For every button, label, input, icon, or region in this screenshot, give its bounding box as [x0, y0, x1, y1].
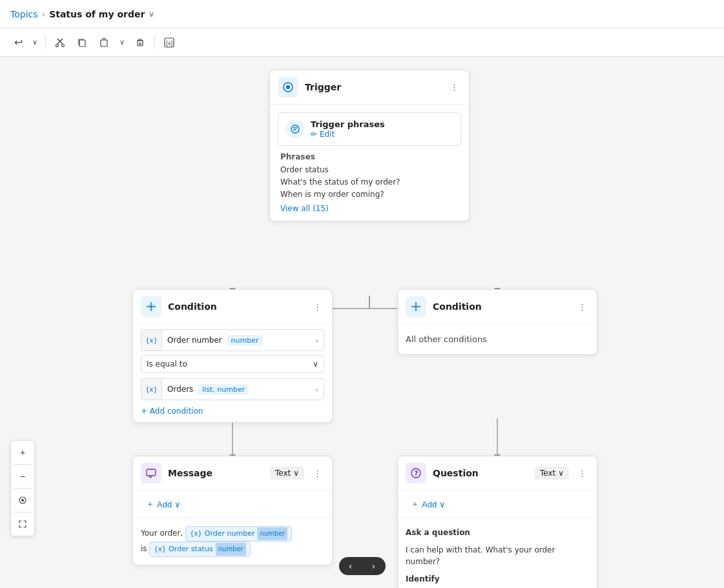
- condition-var-label-2: Orders list, number: [162, 381, 310, 398]
- message-var-2: {x} Order status number: [149, 542, 250, 557]
- zoom-in-button[interactable]: +: [14, 443, 32, 461]
- condition-row-1: {x} Order number number ›: [141, 329, 324, 351]
- zoom-out-button[interactable]: −: [14, 467, 32, 485]
- trigger-icon: [278, 77, 298, 97]
- phrase-3: When is my order coming?: [280, 188, 459, 201]
- add-condition-button[interactable]: + Add condition: [133, 400, 332, 422]
- svg-rect-2: [79, 40, 85, 46]
- condition-left-icon: [141, 296, 161, 317]
- message-add-button[interactable]: ＋ Add ∨: [141, 496, 186, 512]
- condition-right-node: Condition ⋮ All other conditions: [397, 289, 597, 355]
- delete-button[interactable]: [130, 32, 150, 53]
- all-other-conditions: All other conditions: [398, 324, 597, 354]
- question-menu-button[interactable]: ⋮: [575, 466, 589, 481]
- nav-prev-button[interactable]: ‹: [339, 557, 362, 575]
- svg-text:{x}: {x}: [166, 40, 173, 46]
- identify-label: Identify: [406, 573, 589, 587]
- condition-right-title: Condition: [433, 301, 569, 312]
- phrase-1: Order status: [280, 164, 459, 176]
- trigger-node-header: Trigger ⋮: [270, 70, 469, 105]
- message-menu-button[interactable]: ⋮: [311, 466, 324, 481]
- zoom-controls: + −: [10, 440, 35, 536]
- condition-left-title: Condition: [168, 301, 304, 312]
- toolbar: ↩ ∨ ∨ {x}: [0, 28, 724, 57]
- condition-left-header: Condition ⋮: [133, 290, 332, 324]
- trigger-phrases-right: Trigger phrases ✏ Edit: [311, 119, 453, 139]
- breadcrumb-chevron-icon[interactable]: ∨: [149, 10, 154, 19]
- paste-button[interactable]: [94, 32, 114, 53]
- message-node: Message Text ∨ ⋮ ＋ Add ∨ Your order, {x}…: [132, 456, 333, 565]
- breadcrumb: Topics › Status of my order ∨: [10, 9, 154, 19]
- view-all-link[interactable]: View all (15): [280, 204, 459, 213]
- paste-dropdown-button[interactable]: ∨: [116, 32, 129, 53]
- zoom-separator-2: [14, 488, 32, 489]
- toolbar-separator-2: [154, 36, 155, 49]
- svg-point-1: [62, 44, 65, 46]
- condition-right-icon: [406, 296, 426, 317]
- condition-var-label-1: Order number number: [162, 332, 310, 349]
- question-title: Question: [433, 468, 528, 478]
- phrases-list: Order status What's the status of my ord…: [280, 164, 459, 201]
- cut-button[interactable]: [50, 32, 70, 53]
- message-prefix: Your order,: [141, 529, 183, 538]
- question-text: I can help with that. What's your order …: [406, 544, 589, 567]
- undo-button[interactable]: ↩: [8, 32, 28, 53]
- message-content: Your order, {x} Order number number is {…: [133, 518, 332, 565]
- undo-group: ↩ ∨: [8, 32, 41, 53]
- question-icon: ?: [406, 463, 426, 483]
- condition-right-header: Condition ⋮: [398, 290, 597, 324]
- top-bar: Topics › Status of my order ∨: [0, 0, 724, 28]
- condition-row-arrow-2: ›: [310, 385, 324, 394]
- condition-var-icon-1: {x}: [141, 330, 162, 350]
- condition-var-icon-2: {x}: [141, 379, 162, 400]
- nav-toggle: ‹ ›: [339, 557, 386, 575]
- toolbar-separator-1: [45, 36, 46, 49]
- trigger-phrases-edit-link[interactable]: ✏ Edit: [311, 130, 335, 139]
- condition-var-tag-2: list, number: [198, 384, 249, 395]
- breadcrumb-current: Status of my order: [49, 9, 145, 19]
- message-mid: is: [141, 544, 147, 553]
- message-node-header: Message Text ∨ ⋮: [133, 456, 332, 491]
- breadcrumb-topics[interactable]: Topics: [10, 9, 38, 19]
- trigger-content: Trigger phrases ✏ Edit Phrases Order sta…: [270, 105, 469, 221]
- zoom-separator: [14, 464, 32, 465]
- svg-point-26: [21, 499, 24, 502]
- nav-next-button[interactable]: ›: [362, 557, 386, 575]
- question-content: Ask a question I can help with that. Wha…: [398, 518, 597, 588]
- condition-var-tag-1: number: [227, 335, 263, 346]
- condition-row-arrow-1: ›: [310, 336, 324, 345]
- message-subheader: ＋ Add ∨: [133, 491, 332, 518]
- phrases-label: Phrases: [280, 152, 459, 161]
- message-icon: [141, 463, 161, 483]
- variable-button[interactable]: {x}: [159, 32, 180, 53]
- svg-rect-22: [147, 469, 156, 476]
- trigger-phrases-icon: [286, 120, 304, 138]
- trigger-title: Trigger: [305, 82, 441, 92]
- canvas: Trigger ⋮ Trigger phrases ✏ Edit Phrases…: [0, 57, 724, 588]
- message-title: Message: [168, 468, 264, 478]
- condition-right-menu-button[interactable]: ⋮: [575, 299, 589, 314]
- zoom-fit-button[interactable]: [14, 515, 32, 533]
- undo-dropdown-button[interactable]: ∨: [28, 32, 41, 53]
- ask-question-label: Ask a question: [406, 526, 589, 540]
- question-node-header: ? Question Text ∨ ⋮: [398, 456, 597, 491]
- zoom-reset-button[interactable]: [14, 491, 32, 509]
- zoom-separator-3: [14, 512, 32, 512]
- phrase-2: What's the status of my order?: [280, 176, 459, 188]
- trigger-phrases-title: Trigger phrases: [311, 119, 453, 129]
- svg-point-21: [291, 125, 299, 133]
- svg-text:?: ?: [415, 470, 419, 477]
- question-text-badge[interactable]: Text ∨: [535, 467, 569, 480]
- condition-row-2: {x} Orders list, number ›: [141, 378, 324, 400]
- message-text-badge[interactable]: Text ∨: [270, 467, 304, 480]
- question-node: ? Question Text ∨ ⋮ ＋ Add ∨ Ask a questi…: [397, 456, 597, 588]
- copy-button[interactable]: [72, 32, 92, 53]
- trigger-node: Trigger ⋮ Trigger phrases ✏ Edit Phrases…: [269, 70, 470, 221]
- condition-operator-dropdown[interactable]: Is equal to ∨: [141, 355, 324, 373]
- condition-left-menu-button[interactable]: ⋮: [311, 299, 324, 314]
- trigger-menu-button[interactable]: ⋮: [448, 80, 461, 95]
- svg-rect-4: [138, 41, 143, 46]
- question-add-button[interactable]: ＋ Add ∨: [406, 496, 451, 512]
- svg-rect-3: [101, 40, 107, 46]
- breadcrumb-separator: ›: [42, 9, 46, 19]
